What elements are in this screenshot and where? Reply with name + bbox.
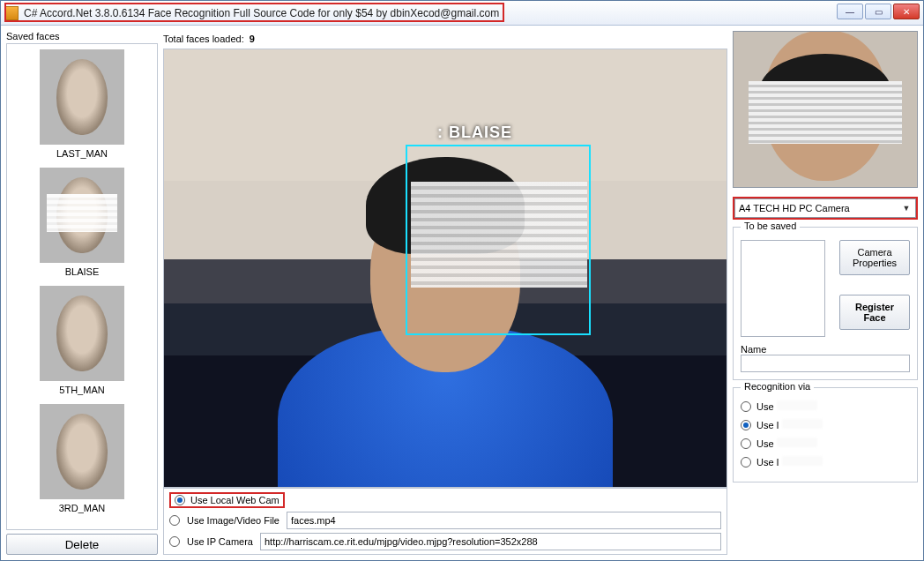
source-options: Use Local Web Cam Use Image/Video File U… [163, 488, 727, 555]
register-face-button[interactable]: Register Face [839, 295, 910, 330]
file-path-input[interactable] [287, 512, 721, 529]
radio-recognition-3[interactable] [741, 457, 751, 468]
face-thumbnail [40, 168, 124, 263]
to-be-saved-group: To be saved Camera Properties Register F… [733, 227, 918, 380]
close-button[interactable]: ✕ [893, 4, 920, 19]
window-title: C# Accord.Net 3.8.0.6134 Face Recognitio… [24, 7, 499, 19]
to-be-saved-legend: To be saved [741, 221, 800, 231]
chevron-down-icon: ▼ [899, 201, 913, 215]
radio-webcam-label[interactable]: Use Local Web Cam [190, 495, 279, 505]
camera-select-value: A4 TECH HD PC Camera [739, 203, 850, 213]
minimize-button[interactable]: — [837, 4, 863, 19]
recognition-via-legend: Recognition via [741, 381, 814, 392]
video-preview: : BLAISE [163, 49, 727, 488]
radio-webcam[interactable] [175, 495, 185, 505]
app-icon [4, 6, 19, 20]
detection-name-label: : BLAISE [437, 123, 512, 142]
webcam-highlight-box: Use Local Web Cam [169, 492, 285, 508]
titlebar[interactable]: C# Accord.Net 3.8.0.6134 Face Recognitio… [1, 1, 923, 26]
list-item[interactable]: 3RD_MAN [7, 404, 157, 513]
saved-faces-label: Saved faces [6, 31, 158, 41]
radio-recognition-2-label[interactable]: Use [756, 438, 817, 449]
radio-recognition-2[interactable] [741, 438, 751, 449]
delete-button[interactable]: Delete [6, 534, 158, 555]
radio-file[interactable] [169, 515, 180, 526]
camera-select-highlight: A4 TECH HD PC Camera ▼ [733, 197, 918, 220]
saved-faces-list[interactable]: LAST_MAN BLAISE 5TH_MAN 3RD_MAN [6, 43, 158, 530]
list-item[interactable]: LAST_MAN [7, 49, 157, 159]
radio-recognition-3-label[interactable]: Use I [756, 456, 823, 468]
face-censor [411, 182, 587, 288]
recognition-via-group: Recognition via Use Use I Use Use I [733, 387, 918, 482]
window-controls: — ▭ ✕ [837, 4, 920, 19]
captured-face-preview [733, 31, 918, 188]
face-name: LAST_MAN [7, 148, 157, 159]
face-name: 5TH_MAN [7, 385, 157, 395]
maximize-button[interactable]: ▭ [865, 4, 891, 19]
face-thumbnail [40, 49, 124, 145]
face-name: BLAISE [7, 266, 157, 277]
face-thumbnail [40, 286, 124, 381]
radio-ipcam-label[interactable]: Use IP Camera [187, 536, 253, 547]
radio-recognition-1-label[interactable]: Use I [756, 419, 823, 430]
list-item[interactable]: 5TH_MAN [7, 286, 157, 395]
radio-ipcam[interactable] [169, 536, 180, 547]
to-be-saved-preview [741, 240, 825, 337]
name-input[interactable] [741, 355, 910, 372]
radio-recognition-0-label[interactable]: Use [756, 400, 817, 412]
camera-select[interactable]: A4 TECH HD PC Camera ▼ [734, 198, 916, 218]
name-label: Name [741, 344, 910, 355]
total-faces-label: Total faces loaded: [163, 34, 244, 44]
list-item[interactable]: BLAISE [7, 168, 157, 277]
camera-properties-button[interactable]: Camera Properties [839, 240, 910, 275]
ipcam-url-input[interactable] [260, 533, 721, 550]
radio-file-label[interactable]: Use Image/Video File [187, 515, 279, 526]
face-thumbnail [40, 404, 124, 499]
radio-recognition-1[interactable] [741, 420, 751, 430]
face-name: 3RD_MAN [7, 503, 157, 513]
total-faces-count: 9 [250, 34, 255, 44]
radio-recognition-0[interactable] [741, 401, 751, 412]
